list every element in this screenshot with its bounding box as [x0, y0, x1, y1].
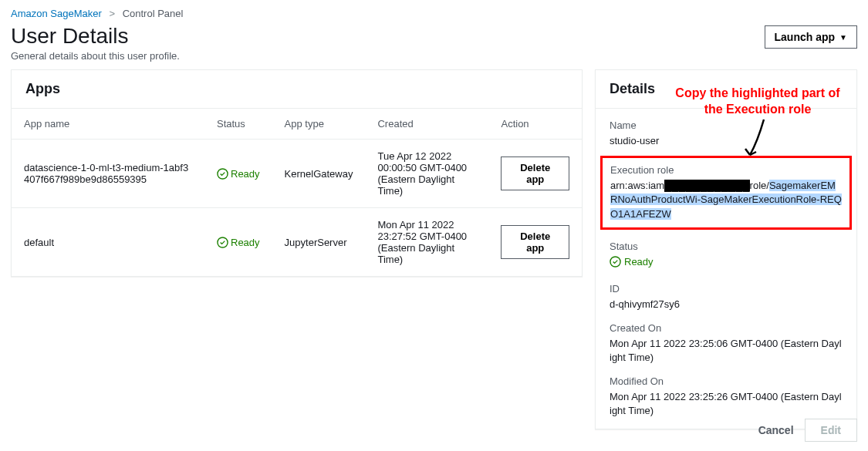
footer-actions: Cancel Edit: [758, 419, 857, 442]
breadcrumb-current: Control Panel: [123, 8, 184, 19]
apps-table: App name Status App type Created Action …: [12, 109, 582, 276]
redacted-text: ████████████: [664, 180, 750, 191]
delete-app-button[interactable]: Delete app: [501, 157, 569, 190]
cell-action: Delete app: [488, 208, 582, 277]
launch-app-button[interactable]: Launch app ▼: [765, 25, 857, 49]
details-panel: Copy the highlighted part of the Executi…: [595, 69, 857, 429]
col-app-name: App name: [12, 109, 204, 140]
detail-status-value: Ready: [610, 255, 843, 272]
launch-app-label: Launch app: [775, 31, 836, 43]
cell-app-type: KernelGateway: [272, 140, 366, 208]
col-created: Created: [365, 109, 488, 140]
detail-created-label: Created On: [610, 322, 843, 334]
detail-status-label: Status: [610, 241, 843, 252]
check-circle-icon: [610, 256, 621, 268]
breadcrumb: Amazon SageMaker > Control Panel: [0, 0, 868, 22]
table-row: datascience-1-0-ml-t3-medium-1abf3407f66…: [12, 140, 582, 208]
cell-created: Mon Apr 11 2022 23:27:52 GMT-0400 (Easte…: [365, 208, 488, 277]
cell-app-type: JupyterServer: [272, 208, 366, 277]
page-title: User Details: [11, 24, 128, 49]
col-status: Status: [204, 109, 272, 140]
cancel-button[interactable]: Cancel: [758, 424, 794, 436]
detail-exec-role-value[interactable]: arn:aws:iam████████████role/SagemakerEMR…: [610, 179, 842, 221]
detail-exec-role-label: Execution role: [610, 164, 842, 176]
cell-app-name: default: [12, 208, 204, 277]
details-panel-title: Details: [596, 70, 856, 109]
caret-down-icon: ▼: [839, 33, 847, 42]
cell-app-name: datascience-1-0-ml-t3-medium-1abf3407f66…: [12, 140, 204, 208]
detail-modified-label: Modified On: [610, 375, 843, 387]
col-action: Action: [488, 109, 582, 140]
breadcrumb-separator: >: [109, 8, 115, 19]
cell-status: Ready: [204, 208, 272, 277]
table-row: default Ready JupyterServer Mon Apr 11 2…: [12, 208, 582, 277]
col-app-type: App type: [272, 109, 366, 140]
detail-id-label: ID: [610, 283, 843, 294]
cell-action: Delete app: [488, 140, 582, 208]
breadcrumb-root-link[interactable]: Amazon SageMaker: [11, 8, 102, 19]
cell-created: Tue Apr 12 2022 00:00:50 GMT-0400 (Easte…: [365, 140, 488, 208]
cell-status: Ready: [204, 140, 272, 208]
apps-panel-title: Apps: [12, 70, 582, 109]
detail-name-label: Name: [610, 119, 843, 131]
delete-app-button[interactable]: Delete app: [501, 225, 569, 259]
execution-role-highlight-box: Execution role arn:aws:iam████████████ro…: [600, 156, 852, 230]
page-subtitle: General details about this user profile.: [0, 49, 868, 69]
detail-id-value: d-qhivymf27sy6: [610, 298, 843, 311]
detail-modified-value: Mon Apr 11 2022 23:25:26 GMT-0400 (Easte…: [610, 390, 843, 418]
check-circle-icon: [217, 237, 228, 248]
detail-name-value: studio-user: [610, 134, 843, 148]
apps-panel: Apps App name Status App type Created Ac…: [11, 69, 583, 277]
edit-button[interactable]: Edit: [805, 419, 857, 442]
check-circle-icon: [217, 168, 228, 180]
detail-created-value: Mon Apr 11 2022 23:25:06 GMT-0400 (Easte…: [610, 337, 843, 365]
